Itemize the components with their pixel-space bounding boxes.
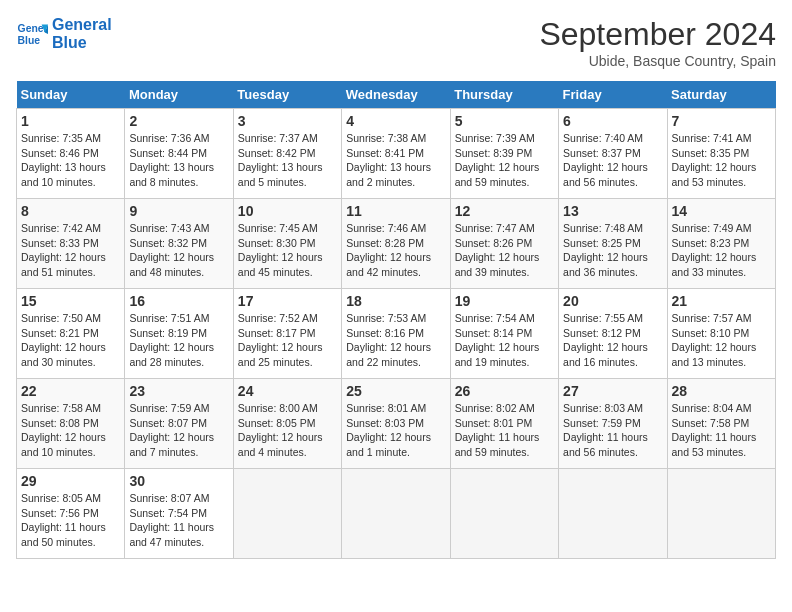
title-block: September 2024 Ubide, Basque Country, Sp…: [539, 16, 776, 69]
day-number: 12: [455, 203, 554, 219]
day-number: 23: [129, 383, 228, 399]
calendar-week-row: 15Sunrise: 7:50 AMSunset: 8:21 PMDayligh…: [17, 289, 776, 379]
table-row: [233, 469, 341, 559]
table-row: 1Sunrise: 7:35 AMSunset: 8:46 PMDaylight…: [17, 109, 125, 199]
table-row: 28Sunrise: 8:04 AMSunset: 7:58 PMDayligh…: [667, 379, 775, 469]
table-row: 7Sunrise: 7:41 AMSunset: 8:35 PMDaylight…: [667, 109, 775, 199]
day-details: Sunrise: 7:46 AMSunset: 8:28 PMDaylight:…: [346, 221, 445, 280]
table-row: 12Sunrise: 7:47 AMSunset: 8:26 PMDayligh…: [450, 199, 558, 289]
table-row: 5Sunrise: 7:39 AMSunset: 8:39 PMDaylight…: [450, 109, 558, 199]
day-number: 30: [129, 473, 228, 489]
day-details: Sunrise: 8:02 AMSunset: 8:01 PMDaylight:…: [455, 401, 554, 460]
table-row: [559, 469, 667, 559]
day-number: 8: [21, 203, 120, 219]
day-details: Sunrise: 7:37 AMSunset: 8:42 PMDaylight:…: [238, 131, 337, 190]
location-subtitle: Ubide, Basque Country, Spain: [539, 53, 776, 69]
table-row: 20Sunrise: 7:55 AMSunset: 8:12 PMDayligh…: [559, 289, 667, 379]
table-row: 27Sunrise: 8:03 AMSunset: 7:59 PMDayligh…: [559, 379, 667, 469]
day-number: 10: [238, 203, 337, 219]
day-details: Sunrise: 8:04 AMSunset: 7:58 PMDaylight:…: [672, 401, 771, 460]
day-details: Sunrise: 7:39 AMSunset: 8:39 PMDaylight:…: [455, 131, 554, 190]
header-row: Sunday Monday Tuesday Wednesday Thursday…: [17, 81, 776, 109]
table-row: 4Sunrise: 7:38 AMSunset: 8:41 PMDaylight…: [342, 109, 450, 199]
day-number: 29: [21, 473, 120, 489]
table-row: 13Sunrise: 7:48 AMSunset: 8:25 PMDayligh…: [559, 199, 667, 289]
day-number: 7: [672, 113, 771, 129]
day-details: Sunrise: 7:51 AMSunset: 8:19 PMDaylight:…: [129, 311, 228, 370]
day-details: Sunrise: 7:43 AMSunset: 8:32 PMDaylight:…: [129, 221, 228, 280]
logo-icon: General Blue: [16, 18, 48, 50]
day-number: 28: [672, 383, 771, 399]
day-details: Sunrise: 7:55 AMSunset: 8:12 PMDaylight:…: [563, 311, 662, 370]
table-row: 3Sunrise: 7:37 AMSunset: 8:42 PMDaylight…: [233, 109, 341, 199]
table-row: 29Sunrise: 8:05 AMSunset: 7:56 PMDayligh…: [17, 469, 125, 559]
table-row: 25Sunrise: 8:01 AMSunset: 8:03 PMDayligh…: [342, 379, 450, 469]
day-number: 2: [129, 113, 228, 129]
day-details: Sunrise: 7:57 AMSunset: 8:10 PMDaylight:…: [672, 311, 771, 370]
table-row: 17Sunrise: 7:52 AMSunset: 8:17 PMDayligh…: [233, 289, 341, 379]
col-saturday: Saturday: [667, 81, 775, 109]
calendar-week-row: 29Sunrise: 8:05 AMSunset: 7:56 PMDayligh…: [17, 469, 776, 559]
month-title: September 2024: [539, 16, 776, 53]
day-details: Sunrise: 7:58 AMSunset: 8:08 PMDaylight:…: [21, 401, 120, 460]
day-number: 25: [346, 383, 445, 399]
day-details: Sunrise: 7:45 AMSunset: 8:30 PMDaylight:…: [238, 221, 337, 280]
day-number: 24: [238, 383, 337, 399]
logo-general: General: [52, 16, 112, 34]
table-row: 10Sunrise: 7:45 AMSunset: 8:30 PMDayligh…: [233, 199, 341, 289]
col-monday: Monday: [125, 81, 233, 109]
table-row: 24Sunrise: 8:00 AMSunset: 8:05 PMDayligh…: [233, 379, 341, 469]
day-number: 22: [21, 383, 120, 399]
day-number: 11: [346, 203, 445, 219]
day-details: Sunrise: 7:52 AMSunset: 8:17 PMDaylight:…: [238, 311, 337, 370]
svg-text:Blue: Blue: [18, 34, 41, 45]
table-row: 19Sunrise: 7:54 AMSunset: 8:14 PMDayligh…: [450, 289, 558, 379]
col-thursday: Thursday: [450, 81, 558, 109]
day-number: 6: [563, 113, 662, 129]
day-details: Sunrise: 7:53 AMSunset: 8:16 PMDaylight:…: [346, 311, 445, 370]
logo: General Blue General Blue: [16, 16, 112, 51]
day-details: Sunrise: 7:38 AMSunset: 8:41 PMDaylight:…: [346, 131, 445, 190]
day-number: 15: [21, 293, 120, 309]
day-details: Sunrise: 7:50 AMSunset: 8:21 PMDaylight:…: [21, 311, 120, 370]
table-row: 15Sunrise: 7:50 AMSunset: 8:21 PMDayligh…: [17, 289, 125, 379]
day-details: Sunrise: 7:40 AMSunset: 8:37 PMDaylight:…: [563, 131, 662, 190]
table-row: 18Sunrise: 7:53 AMSunset: 8:16 PMDayligh…: [342, 289, 450, 379]
table-row: 30Sunrise: 8:07 AMSunset: 7:54 PMDayligh…: [125, 469, 233, 559]
col-wednesday: Wednesday: [342, 81, 450, 109]
day-number: 20: [563, 293, 662, 309]
day-number: 4: [346, 113, 445, 129]
day-details: Sunrise: 7:47 AMSunset: 8:26 PMDaylight:…: [455, 221, 554, 280]
table-row: [342, 469, 450, 559]
calendar-table: Sunday Monday Tuesday Wednesday Thursday…: [16, 81, 776, 559]
logo-blue: Blue: [52, 34, 112, 52]
day-details: Sunrise: 7:36 AMSunset: 8:44 PMDaylight:…: [129, 131, 228, 190]
table-row: 23Sunrise: 7:59 AMSunset: 8:07 PMDayligh…: [125, 379, 233, 469]
day-number: 27: [563, 383, 662, 399]
day-details: Sunrise: 7:54 AMSunset: 8:14 PMDaylight:…: [455, 311, 554, 370]
table-row: 9Sunrise: 7:43 AMSunset: 8:32 PMDaylight…: [125, 199, 233, 289]
table-row: 14Sunrise: 7:49 AMSunset: 8:23 PMDayligh…: [667, 199, 775, 289]
day-number: 21: [672, 293, 771, 309]
day-details: Sunrise: 8:03 AMSunset: 7:59 PMDaylight:…: [563, 401, 662, 460]
day-number: 13: [563, 203, 662, 219]
day-number: 1: [21, 113, 120, 129]
col-tuesday: Tuesday: [233, 81, 341, 109]
day-details: Sunrise: 8:01 AMSunset: 8:03 PMDaylight:…: [346, 401, 445, 460]
calendar-week-row: 1Sunrise: 7:35 AMSunset: 8:46 PMDaylight…: [17, 109, 776, 199]
day-details: Sunrise: 7:49 AMSunset: 8:23 PMDaylight:…: [672, 221, 771, 280]
day-number: 16: [129, 293, 228, 309]
table-row: [667, 469, 775, 559]
table-row: 8Sunrise: 7:42 AMSunset: 8:33 PMDaylight…: [17, 199, 125, 289]
table-row: 11Sunrise: 7:46 AMSunset: 8:28 PMDayligh…: [342, 199, 450, 289]
table-row: [450, 469, 558, 559]
day-details: Sunrise: 7:35 AMSunset: 8:46 PMDaylight:…: [21, 131, 120, 190]
day-number: 18: [346, 293, 445, 309]
day-number: 19: [455, 293, 554, 309]
col-sunday: Sunday: [17, 81, 125, 109]
day-number: 26: [455, 383, 554, 399]
table-row: 22Sunrise: 7:58 AMSunset: 8:08 PMDayligh…: [17, 379, 125, 469]
day-number: 17: [238, 293, 337, 309]
day-details: Sunrise: 8:00 AMSunset: 8:05 PMDaylight:…: [238, 401, 337, 460]
day-details: Sunrise: 7:42 AMSunset: 8:33 PMDaylight:…: [21, 221, 120, 280]
